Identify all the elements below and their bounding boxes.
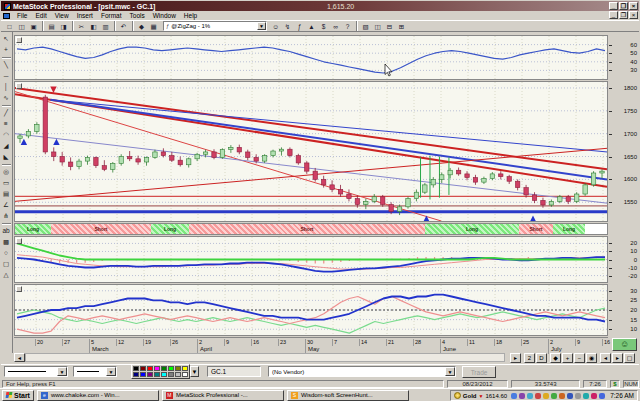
speed-lines-tool[interactable]: ∠ [1, 200, 12, 210]
color-swatch[interactable] [140, 372, 146, 377]
tile-grid-button[interactable]: ⊞ [396, 21, 407, 31]
panel-collapse-button[interactable] [16, 83, 22, 89]
crosshair-tool[interactable]: + [1, 45, 12, 55]
copy-button[interactable]: ◧ [88, 21, 99, 31]
color-swatch[interactable] [175, 366, 181, 371]
expert-advisor-button[interactable]: ☺ [270, 21, 281, 31]
menu-view[interactable]: View [51, 12, 73, 19]
pointer-tool[interactable]: ↖ [1, 34, 12, 44]
color-swatch[interactable] [161, 366, 167, 371]
favorites-combo[interactable]: ƒ @ZigZag - 1% ▼ [163, 21, 267, 31]
child-window-icon[interactable] [3, 13, 10, 19]
palette-dropdown-arrow[interactable]: ▼ [190, 366, 199, 377]
vertical-line-tool[interactable]: │ [1, 82, 12, 92]
cycle-lines-tool[interactable]: ◎ [1, 167, 12, 177]
macd-panel[interactable] [14, 236, 608, 283]
start-button[interactable]: Start [2, 390, 34, 401]
fibonacci-fan-tool[interactable]: ◢ [1, 141, 12, 151]
color-swatch[interactable] [161, 372, 167, 377]
menu-file[interactable]: File [13, 12, 31, 19]
close-button[interactable]: × [629, 2, 638, 10]
find-button[interactable]: ∞ [330, 21, 341, 31]
color-swatch[interactable] [140, 366, 146, 371]
color-swatch[interactable] [154, 366, 160, 371]
tray-icon[interactable] [527, 393, 533, 399]
tile-horizontal-button[interactable]: ⊟ [384, 21, 395, 31]
zoom-2x-button[interactable]: 2 [524, 353, 535, 363]
oscillator-panel[interactable] [14, 35, 608, 80]
indicator-builder-button[interactable]: ƒ [294, 21, 305, 31]
menu-edit[interactable]: Edit [31, 12, 50, 19]
dmi-panel[interactable] [14, 284, 608, 336]
zoom-day-button[interactable]: D [536, 353, 547, 363]
chevron-down-icon[interactable]: ▼ [106, 367, 116, 376]
chevron-down-icon[interactable]: ▼ [445, 367, 455, 376]
price-panel[interactable] [14, 81, 608, 222]
tile-vertical-button[interactable]: ◫ [372, 21, 383, 31]
tray-icon[interactable] [583, 393, 589, 399]
quadrant-lines-tool[interactable]: ▤ [1, 189, 12, 199]
color-swatch[interactable] [133, 366, 139, 371]
zigzag-tool[interactable]: ∿ [1, 93, 12, 103]
pointer-mode-button[interactable]: ◆ [550, 353, 561, 363]
text-tool[interactable]: ab [1, 226, 12, 236]
fibonacci-retracement-tool[interactable]: ≡ [1, 119, 12, 129]
panel-collapse-button[interactable] [16, 37, 22, 43]
trade-button[interactable]: Trade [462, 366, 496, 378]
tray-icon[interactable] [535, 393, 541, 399]
regression-tool[interactable]: ▭ [1, 178, 12, 188]
save-button[interactable]: ▣ [28, 21, 39, 31]
rectangle-tool[interactable]: ▢ [1, 259, 12, 269]
symbol-tool[interactable]: ▩ [1, 237, 12, 247]
chevron-down-icon[interactable]: ▼ [57, 367, 67, 376]
chevron-down-icon[interactable]: ▼ [257, 22, 266, 30]
scroll-left-button[interactable]: ◂ [600, 353, 611, 363]
tray-icon[interactable] [575, 393, 581, 399]
color-swatch[interactable] [147, 372, 153, 377]
open-button[interactable]: ◫ [16, 21, 27, 31]
new-chart-button[interactable]: □ [4, 21, 15, 31]
tray-icon[interactable] [511, 393, 517, 399]
child-minimize-button[interactable]: _ [609, 11, 618, 19]
periodicity-button[interactable]: ◆ [136, 21, 147, 31]
zoom-out-button[interactable]: − [574, 353, 585, 363]
restore-button[interactable]: ❐ [619, 2, 628, 10]
help-button[interactable]: ? [342, 21, 353, 31]
menu-help[interactable]: Help [180, 12, 201, 19]
optionscope-button[interactable]: $ [318, 21, 329, 31]
system-tester-button[interactable]: ▲ [306, 21, 317, 31]
line-weight-combo[interactable]: ▼ [73, 366, 117, 377]
color-swatch[interactable] [133, 372, 139, 377]
menu-tools[interactable]: Tools [126, 12, 149, 19]
scroll-right-button[interactable]: ▸ [612, 353, 623, 363]
expert-advisor-smiley-button[interactable]: ☺ [612, 338, 637, 351]
cascade-windows-button[interactable]: ▧ [360, 21, 371, 31]
child-close-button[interactable]: × [629, 11, 638, 19]
horizontal-line-tool[interactable]: ─ [1, 71, 12, 81]
triangle-tool[interactable]: △ [1, 270, 12, 280]
tray-icon[interactable] [599, 393, 605, 399]
vendor-combo[interactable]: (No Vendor) ▼ [268, 366, 456, 377]
color-swatch[interactable] [154, 372, 160, 377]
taskbar-task[interactable]: SWisdom-soft ScreenHunt... [287, 390, 409, 401]
horizontal-scrollbar-track[interactable] [25, 353, 505, 362]
pencil-tool[interactable]: ╱ [1, 108, 12, 118]
taskbar-task[interactable]: ewww.chaloke.com - Win... [37, 390, 159, 401]
tray-icon[interactable] [559, 393, 565, 399]
scrollbar-left-arrow[interactable]: ◄ [14, 353, 25, 362]
cut-button[interactable]: ✂ [76, 21, 87, 31]
ellipse-tool[interactable]: ○ [1, 248, 12, 258]
taskbar-task[interactable]: MMetaStock Professional -... [162, 390, 284, 401]
fibonacci-arcs-tool[interactable]: ◠ [1, 130, 12, 140]
color-swatch[interactable] [182, 372, 188, 377]
print-button[interactable]: ▤ [46, 21, 57, 31]
symbol-box[interactable]: GC.1 [207, 366, 261, 377]
child-restore-button[interactable]: ❐ [619, 11, 628, 19]
explorer-button[interactable]: ↯ [282, 21, 293, 31]
menu-window[interactable]: Window [149, 12, 180, 19]
color-swatch[interactable] [168, 372, 174, 377]
maximize-panel-button[interactable]: ▢ [624, 353, 635, 363]
color-swatch[interactable] [168, 366, 174, 371]
undo-button[interactable]: ↶ [118, 21, 129, 31]
page-right-button[interactable]: ▸ [510, 353, 521, 363]
